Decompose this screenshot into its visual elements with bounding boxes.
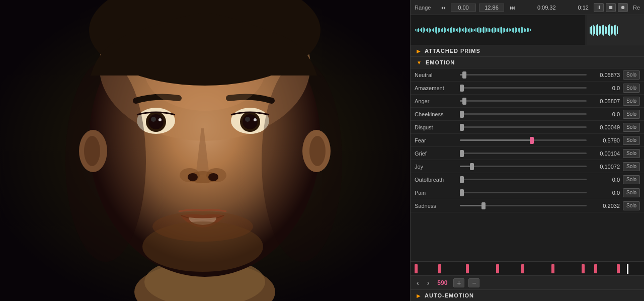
svg-point-11 [148,114,164,129]
svg-point-26 [262,60,342,262]
solo-button-amazement[interactable]: Solo [623,84,640,93]
emotion-value-amazement: 0.0 [587,85,623,91]
keyframe-marker [617,264,620,273]
solo-button-neutral[interactable]: Solo [623,70,640,80]
waveform-bars [411,15,586,45]
playhead-marker [627,264,628,274]
auto-emotion-header[interactable]: ▶ AUTO-EMOTION [411,289,644,301]
emotion-label-outofbreath: Outofbreath [415,177,460,183]
range-label: Range [415,5,435,11]
svg-point-29 [152,211,253,242]
emotion-title: EMOTION [426,59,455,65]
keyframe-marker [594,264,597,273]
solo-button-cheekiness[interactable]: Solo [623,110,640,119]
transport-controls: ⏸ ⏹ ⏺ [594,3,628,12]
current-time-display: 0:09.32 [537,5,556,11]
total-time-display: 0:12 [578,5,589,11]
emotion-slider-fear[interactable] [460,137,587,144]
emotion-label-grief: Grief [415,150,460,157]
emotion-row-cheekiness: Cheekiness0.0Solo [411,108,644,121]
emotion-slider-disgust[interactable] [460,124,587,131]
emotion-slider-grief[interactable] [460,150,587,157]
emotion-value-fear: 0.5790 [587,137,623,143]
keyframe-strip[interactable] [411,261,644,275]
solo-button-sadness[interactable]: Solo [623,201,640,210]
waveform-highlight [586,15,644,45]
rewind-button[interactable]: ⏹ [606,3,616,12]
emotion-value-joy: 0.10072 [587,164,623,170]
emotion-label-sadness: Sadness [415,203,460,209]
keyframe-marker [496,264,499,273]
prev-frame-button[interactable]: ‹ [415,279,421,287]
auto-emotion-arrow: ▶ [417,293,421,298]
solo-button-fear[interactable]: Solo [623,136,640,145]
svg-point-17 [245,117,250,122]
emotion-rows: Neutral0.05873SoloAmazement0.0SoloAnger0… [411,68,644,261]
end-time-input[interactable] [479,4,504,12]
emotion-value-neutral: 0.05873 [587,72,623,78]
zoom-in-button[interactable]: + [453,278,464,287]
zoom-out-button[interactable]: − [468,278,479,287]
emotion-row-amazement: Amazement0.0Solo [411,82,644,95]
record-button[interactable]: ⏺ [618,3,628,12]
emotion-row-pain: Pain0.0Solo [411,186,644,199]
emotion-label-amazement: Amazement [415,85,460,91]
emotion-value-outofbreath: 0.0 [587,177,623,183]
svg-point-12 [151,117,156,122]
emotion-slider-amazement[interactable] [460,85,587,92]
pause-button[interactable]: ⏸ [594,3,604,12]
waveform-highlight-bars [589,17,641,43]
solo-button-anger[interactable]: Solo [623,97,640,106]
emotion-value-sadness: 0.2032 [587,203,623,209]
skip-to-end-button[interactable]: ⏭ [507,3,517,13]
emotion-section-header[interactable]: ▼ EMOTION [411,57,644,68]
svg-point-22 [188,173,198,181]
keyframe-marker [582,264,585,273]
emotion-slider-sadness[interactable] [460,202,587,209]
attached-prims-arrow: ▶ [417,48,421,54]
attached-prims-title: ATTACHED PRIMS [425,48,480,54]
keyframe-marker [466,264,469,273]
solo-button-pain[interactable]: Solo [623,188,640,197]
attached-prims-header[interactable]: ▶ ATTACHED PRIMS [411,45,644,57]
bottom-nav: ‹ › 590 + − [411,275,644,289]
emotion-row-disgust: Disgust0.00049Solo [411,121,644,134]
svg-point-25 [65,60,146,262]
emotion-label-cheekiness: Cheekiness [415,111,460,117]
emotion-value-disgust: 0.00049 [587,124,623,130]
keyframe-marker [415,264,418,273]
emotion-slider-anger[interactable] [460,98,587,105]
solo-button-joy[interactable]: Solo [623,162,640,171]
emotion-row-joy: Joy0.10072Solo [411,160,644,173]
waveform-section[interactable] [411,15,644,45]
emotion-arrow: ▼ [417,60,422,65]
keyframe-marker [438,264,441,273]
emotion-value-pain: 0.0 [587,190,623,196]
solo-button-outofbreath[interactable]: Solo [623,175,640,184]
emotion-label-joy: Joy [415,164,460,170]
svg-point-23 [208,173,218,181]
emotion-value-grief: 0.00104 [587,150,623,157]
emotion-slider-pain[interactable] [460,189,587,196]
solo-button-disgust[interactable]: Solo [623,123,640,132]
emotion-slider-outofbreath[interactable] [460,176,587,183]
emotion-slider-cheekiness[interactable] [460,111,587,118]
emotion-label-disgust: Disgust [415,124,460,130]
emotion-row-sadness: Sadness0.2032Solo [411,199,644,212]
emotion-slider-neutral[interactable] [460,71,587,79]
emotion-row-neutral: Neutral0.05873Solo [411,68,644,82]
solo-button-grief[interactable]: Solo [623,149,640,158]
svg-point-13 [158,118,162,121]
right-panel: Range ⏮ ⏭ 0:09.32 0:12 ⏸ ⏹ ⏺ Re ▶ ATTACH… [410,0,644,301]
emotion-row-fear: Fear0.5790Solo [411,134,644,147]
next-frame-button[interactable]: › [425,279,432,287]
frame-count: 590 [437,279,447,286]
auto-emotion-title: AUTO-EMOTION [425,292,474,298]
emotion-slider-joy[interactable] [460,163,587,170]
skip-to-start-button[interactable]: ⏮ [438,3,448,13]
svg-point-18 [254,118,257,121]
start-time-input[interactable] [451,4,476,12]
waveform-canvas [411,15,644,45]
emotion-row-anger: Anger0.05807Solo [411,95,644,108]
keyframe-marker [521,264,524,273]
